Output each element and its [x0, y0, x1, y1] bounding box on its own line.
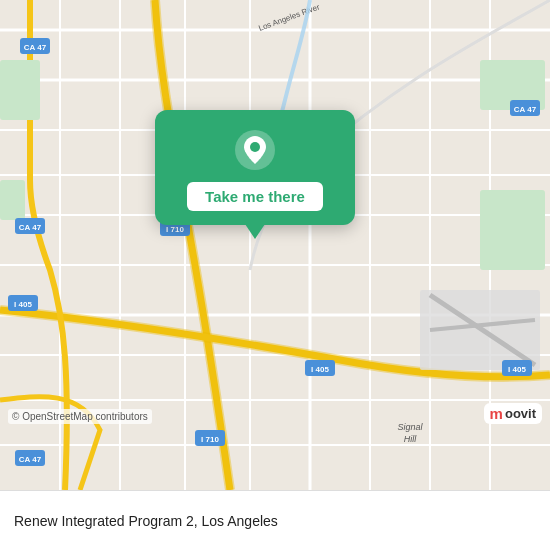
location-pin-icon [233, 128, 277, 172]
svg-text:Hill: Hill [404, 434, 417, 444]
bottom-bar: Renew Integrated Program 2, Los Angeles [0, 490, 550, 550]
location-title: Renew Integrated Program 2, Los Angeles [14, 513, 536, 529]
svg-text:I 710: I 710 [166, 225, 184, 234]
svg-text:Signal: Signal [397, 422, 423, 432]
svg-text:I 405: I 405 [14, 300, 32, 309]
svg-rect-22 [0, 180, 25, 220]
moovit-brand-text: oovit [505, 406, 536, 421]
svg-text:CA 47: CA 47 [19, 223, 42, 232]
svg-text:I 405: I 405 [311, 365, 329, 374]
svg-text:I 405: I 405 [508, 365, 526, 374]
svg-point-48 [250, 142, 260, 152]
popup-card: Take me there [155, 110, 355, 225]
svg-text:CA 47: CA 47 [19, 455, 42, 464]
svg-rect-21 [0, 60, 40, 120]
svg-text:CA 47: CA 47 [24, 43, 47, 52]
svg-text:I 710: I 710 [201, 435, 219, 444]
moovit-logo: m oovit [484, 403, 542, 424]
moovit-m-icon: m [490, 405, 503, 422]
copyright-text: © OpenStreetMap contributors [8, 409, 152, 424]
svg-rect-20 [480, 190, 545, 270]
svg-text:CA 47: CA 47 [514, 105, 537, 114]
map-container: CA 47 CA 47 I 710 I 405 I 405 I 405 CA 4… [0, 0, 550, 490]
take-me-there-button[interactable]: Take me there [187, 182, 323, 211]
